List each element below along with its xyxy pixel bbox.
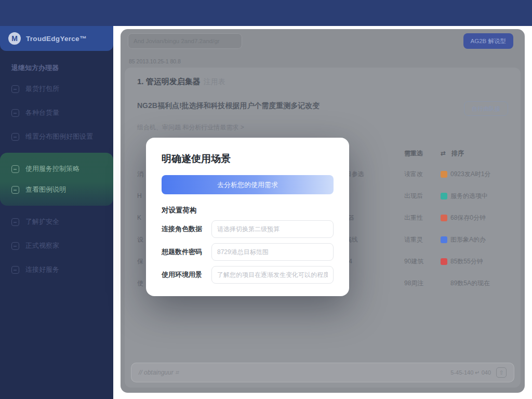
sidebar-item-6[interactable]: 了解扩安全 [0,214,113,230]
layout-icon [11,133,19,141]
sidebar-item-label: 了解扩安全 [25,217,59,227]
sidebar: M TroudEdgYerce™ 退继知方办理器 最货打包所 各种台货量 维置分… [0,26,113,399]
link-icon [11,266,19,274]
list-icon [11,109,19,117]
sidebar-item-3[interactable]: 维置分布图例好图设置 [0,129,113,144]
section-title-text: 1. 管运明发启集器 [137,77,201,86]
doc-icon [441,171,447,178]
row-tag-text: 85数55分钟 [450,257,483,266]
sidebar-item-label: 各种台货量 [25,108,59,117]
footer-counter: 5-45-140 ↵ 040 [450,369,491,376]
card-action-button[interactable]: 自行由队接 [464,101,508,116]
section-title: 1. 管运明发启集器注用表 [137,77,508,87]
row-tag-text: 服务的选项中 [450,192,488,201]
field-label: 连接角色数据 [162,224,211,234]
chart-icon [441,236,447,243]
sidebar-item-8[interactable]: 连接好服务 [0,262,113,277]
sidebar-item-label: 连接好服务 [25,265,59,274]
card-header: NG2B福利点!批选择和科技根据用户个需度重测多记改变 自行由队接 [137,101,508,116]
row-status: 98周注 [404,279,441,288]
grid-icon [441,193,447,200]
row-status: 请重灵 [404,235,441,244]
sidebar-nav: 最货打包所 各种台货量 维置分布图例好图设置 使用服务控制策略 查看图例说明 [0,81,113,277]
card-title: NG2B福利点!批选择和科技根据用户个需度重测多记改变 [137,101,320,111]
row-status: 90建筑 [404,257,441,266]
sidebar-item-7[interactable]: 正式视察家 [0,238,113,254]
message-input-placeholder: // obtainguur ⌗ [139,369,179,376]
logo-badge-icon: M [8,32,21,45]
row-status: 出现后 [404,192,441,201]
row-tag: 图形象A的办 [441,235,508,244]
logo: M TroudEdgYerce™ [0,26,113,51]
modal-title: 明确遂使用场景 [162,152,334,166]
blank-icon [441,280,447,287]
row-tag-text: 89数5A的现在 [450,279,490,288]
field-input-1[interactable] [211,220,334,238]
sidebar-item-label: 维置分布图例好图设置 [25,132,93,141]
breadcrumb: 85 2013.10.25-1 80.8 [129,58,181,64]
modal-field-2: 想题数件密码 [162,243,334,261]
legend-icon [11,186,19,194]
field-label: 想题数件密码 [162,247,211,257]
sidebar-item-4-active[interactable]: 使用服务控制策略 [0,161,113,177]
row-tag-text: 图形象A的办 [450,235,486,244]
footer-controls: 5-45-140 ↵ 040 ⇧ [450,367,507,378]
ag2b-action-button[interactable]: AG2B 解说型 [463,33,513,49]
modal-field-3: 使用环境用景 [162,266,334,284]
card-subtitle: 组合机、审问题 和分析行业情最需求 > [137,123,508,132]
alert-icon [441,258,447,265]
sidebar-item-5-active[interactable]: 查看图例说明 [0,182,113,197]
search-input[interactable] [128,33,242,49]
row-tag-text: 0923发A时1分 [450,170,490,179]
sidebar-item-label: 正式视察家 [25,241,59,250]
analyze-needs-button[interactable]: 去分析您的使用需求 [162,175,334,194]
section-title-suffix: 注用表 [204,77,225,86]
sort-arrows-icon: ⇄ [441,150,446,157]
sidebar-item-label: 使用服务控制策略 [25,164,79,174]
row-tag: 0923发A时1分 [441,170,508,179]
row-tag-text: 68保存0分钟 [450,214,486,222]
top-bar [0,0,532,26]
lock-icon [11,218,19,226]
video-icon [11,242,19,250]
field-input-2[interactable] [211,243,334,261]
usage-scenario-modal: 明确遂使用场景 去分析您的使用需求 对设置荷构 连接角色数据 想题数件密码 使用… [146,138,349,296]
row-tag: 89数5A的现在 [441,279,508,288]
row-status: 读富改 [404,170,441,179]
send-icon[interactable]: ⇧ [496,367,507,378]
sidebar-active-group: 使用服务控制策略 查看图例说明 [0,153,113,206]
page: M TroudEdgYerce™ 退继知方办理器 最货打包所 各种台货量 维置分… [0,0,532,399]
doc-icon [441,215,447,221]
row-tag: 服务的选项中 [441,192,508,201]
row-tag: 68保存0分钟 [441,214,508,222]
sidebar-section-label: 退继知方办理器 [11,63,113,73]
table-header-sort[interactable]: ⇄ 排序 [441,149,508,158]
sidebar-item-label: 查看图例说明 [25,185,66,194]
folder-icon [11,85,19,93]
message-input-bar[interactable]: // obtainguur ⌗ 5-45-140 ↵ 040 ⇧ [131,363,514,382]
sort-label: 排序 [451,149,464,158]
field-input-3[interactable] [211,266,334,284]
sidebar-item-1[interactable]: 最货打包所 [0,81,113,97]
row-status: 出重性 [404,214,441,222]
sidebar-item-label: 最货打包所 [25,84,59,94]
modal-section-label: 对设置荷构 [162,206,334,215]
sidebar-item-2[interactable]: 各种台货量 [0,105,113,121]
table-header-status: 需重选 [404,149,441,158]
logo-text: TroudEdgYerce™ [26,35,87,43]
modal-field-1: 连接角色数据 [162,220,334,238]
shield-icon [11,165,19,173]
field-label: 使用环境用景 [162,270,211,280]
row-tag: 85数55分钟 [441,257,508,266]
